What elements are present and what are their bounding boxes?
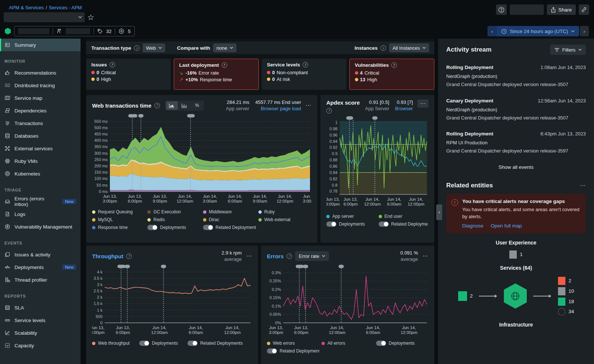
legend-item-all-errors[interactable]: All errors xyxy=(322,340,374,347)
sidebar-item-service-levels[interactable]: Service levels xyxy=(0,314,81,327)
browser-link[interactable]: Browser xyxy=(395,106,413,111)
apdex-chart[interactable]: 10.980.960.940.920.90.880.860.840.820.80… xyxy=(326,116,428,211)
legend-toggle[interactable] xyxy=(139,341,149,346)
upstream-services-node[interactable]: 2 xyxy=(458,291,473,301)
summary-card-vulnerabilities[interactable]: Vulnerabilities?4Critical13High xyxy=(349,59,435,90)
legend-item-middleware[interactable]: Middleware xyxy=(203,209,256,215)
transaction-type-select[interactable]: Web xyxy=(143,43,165,52)
legend-item-deployments[interactable]: Deployments xyxy=(147,224,200,231)
legend-item-response-time[interactable]: Response time xyxy=(92,224,145,231)
help-icon[interactable]: ? xyxy=(287,253,292,259)
help-button[interactable] xyxy=(496,4,507,15)
downstream-node-green[interactable]: 18 xyxy=(558,298,574,306)
chart-menu-button[interactable]: ⋯ xyxy=(306,102,311,109)
legend-item-related-deployments[interactable]: Related Deployments xyxy=(203,224,256,231)
percent-toggle[interactable]: % xyxy=(191,101,203,110)
sidebar-item-issues-activity[interactable]: Issues & activity xyxy=(0,248,81,261)
legend-item-deployments[interactable]: Deployments xyxy=(139,340,178,347)
help-icon[interactable]: ? xyxy=(391,62,397,68)
legend-item-redis[interactable]: Redis xyxy=(147,216,200,223)
sidebar-item-logs[interactable]: Logs xyxy=(0,208,81,220)
web-transactions-chart[interactable]: 550 ms500 ms450 ms400 ms350 ms300 ms250 … xyxy=(92,114,311,207)
legend-toggle[interactable] xyxy=(267,348,277,354)
legend-toggle[interactable] xyxy=(187,341,198,346)
chart-menu-button[interactable]: ⋯ xyxy=(417,99,428,108)
show-all-events-button[interactable]: Show all events xyxy=(446,164,586,170)
help-icon[interactable]: ? xyxy=(126,253,132,259)
legend-item-related-deployments[interactable]: Related Deployments xyxy=(267,348,319,354)
summary-card-last-deployment[interactable]: Last deployment?↘-16%Error rate↗+10%Resp… xyxy=(174,59,259,90)
summary-card-service-levels[interactable]: Service levels?0Non-compliant0At risk xyxy=(262,59,346,90)
legend-toggle[interactable] xyxy=(203,225,213,230)
legend-item-mysql[interactable]: MySQL xyxy=(92,216,145,223)
breadcrumb-link-apm-services[interactable]: APM & Services xyxy=(9,5,44,10)
sidebar-item-thread-profiler[interactable]: Thread profiler xyxy=(0,273,81,286)
legend-item-deployments[interactable]: Deployments xyxy=(326,221,376,227)
area-chart-toggle[interactable] xyxy=(166,101,178,110)
downstream-node-red[interactable]: 2 xyxy=(558,277,574,285)
entity-selector-dropdown[interactable] xyxy=(4,12,85,22)
sidebar-item-sla[interactable]: SLA xyxy=(0,301,81,314)
breadcrumb-link-services-apm[interactable]: Services - APM xyxy=(49,5,82,10)
info-icon[interactable]: i xyxy=(134,45,140,51)
current-service-node[interactable] xyxy=(504,283,527,309)
time-picker-dropdown[interactable]: Since 24 hours ago (UTC) xyxy=(497,26,579,36)
share-button[interactable]: Share xyxy=(547,4,576,15)
error-rate-select[interactable]: Error rate xyxy=(295,251,329,261)
chart-title-link[interactable]: Throughput xyxy=(92,253,123,259)
legend-toggle[interactable] xyxy=(376,341,386,346)
sidebar-item-ruby-vms[interactable]: Ruby VMs xyxy=(0,155,81,167)
instances-select[interactable]: All Instances xyxy=(389,43,429,52)
bar-chart-toggle[interactable] xyxy=(179,101,190,110)
diagnose-link[interactable]: Diagnose xyxy=(462,223,483,229)
browser-page-load-link[interactable]: Browser page load xyxy=(255,106,301,111)
chart-title-link[interactable]: Errors xyxy=(267,253,284,259)
legend-item-app-server[interactable]: App server xyxy=(326,213,376,220)
help-icon[interactable]: ? xyxy=(154,103,160,108)
summary-card-issues[interactable]: Issues?0Critical0High xyxy=(86,59,171,90)
related-entities-menu-button[interactable]: ⋯ xyxy=(580,182,586,189)
errors-chart[interactable]: 0.3%0.25%0.2%0.15%0.1%0.05%0%Jun 13,3:00… xyxy=(267,264,428,338)
sidebar-item-scalability[interactable]: Scalability xyxy=(0,327,81,339)
activity-event[interactable]: Canary Deployment12:56am Jun 14, 2023Ner… xyxy=(446,98,586,122)
legend-item-deployments[interactable]: Deployments xyxy=(376,340,428,347)
sidebar-item-kubernetes[interactable]: Kubernetes xyxy=(0,167,81,180)
copy-link-button[interactable] xyxy=(579,4,589,15)
panel-collapse-handle[interactable]: › xyxy=(436,204,442,220)
sidebar-item-capacity[interactable]: Capacity xyxy=(0,339,81,352)
legend-toggle[interactable] xyxy=(326,222,336,227)
favorite-star-icon[interactable]: ☆ xyxy=(87,12,94,22)
time-picker-prev-button[interactable]: ‹ xyxy=(487,26,497,36)
chart-menu-button[interactable]: ⋯ xyxy=(422,253,428,259)
time-picker-next-button[interactable]: › xyxy=(580,26,589,36)
sidebar-item-distributed-tracing[interactable]: Distributed tracing xyxy=(0,79,81,92)
legend-item-related-deployme[interactable]: Related Deployme… xyxy=(379,221,429,227)
legend-item-gc-execution[interactable]: GC Execution xyxy=(147,209,200,215)
activity-event[interactable]: Rolling Deployment1:08am Jun 14, 2023Ner… xyxy=(446,65,586,88)
sidebar-item-deployments[interactable]: DeploymentsNew xyxy=(0,261,81,273)
sidebar-item-external-services[interactable]: External services xyxy=(0,142,81,155)
open-full-map-link[interactable]: Open full map xyxy=(491,223,522,229)
throughput-chart[interactable]: 4 k3.5 k3 k2.5 k2 k1.5 k1 k5000Jun 13,3:… xyxy=(92,264,252,338)
legend-item-ruby[interactable]: Ruby xyxy=(258,209,311,215)
downstream-node-gray[interactable]: 10 xyxy=(558,287,574,295)
legend-toggle[interactable] xyxy=(379,222,389,227)
chart-menu-button[interactable]: ⋯ xyxy=(246,253,252,259)
legend-item-dirac[interactable]: Dirac xyxy=(203,216,256,223)
legend-item-web-throughput[interactable]: Web throughput xyxy=(92,340,130,347)
legend-toggle[interactable] xyxy=(147,225,157,230)
sidebar-item-errors-errors-inbox[interactable]: Errors (errors inbox)New xyxy=(0,195,81,208)
legend-item-request-queuing[interactable]: Request Queuing xyxy=(92,209,145,215)
sidebar-item-service-map[interactable]: Service map xyxy=(0,92,81,104)
entity-metadata-chip[interactable]: 32 5 xyxy=(14,26,135,36)
sidebar-item-recommendations[interactable]: Recommendations xyxy=(0,66,81,79)
sidebar-item-dependencies[interactable]: Dependencies xyxy=(0,104,81,117)
help-icon[interactable]: ? xyxy=(326,108,332,114)
help-icon[interactable]: ? xyxy=(303,62,308,68)
legend-item-web-external[interactable]: Web external xyxy=(258,216,311,223)
user-experience-node[interactable]: 1 xyxy=(446,250,586,259)
sidebar-item-vulnerability-management[interactable]: Vulnerability Management xyxy=(0,220,81,233)
legend-item-related-deployments[interactable]: Related Deployments xyxy=(187,340,243,347)
activity-event[interactable]: Rolling Deployment6:43pm Jun 13, 2023RPM… xyxy=(446,131,586,155)
sidebar-item-databases[interactable]: Databases xyxy=(0,129,81,142)
